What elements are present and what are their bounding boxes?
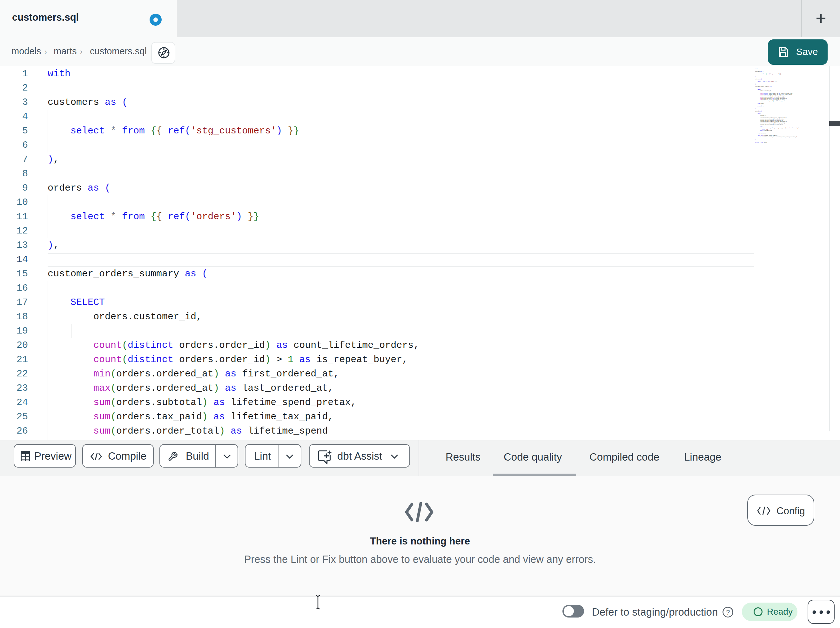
svg-text:?: ?	[726, 608, 730, 616]
